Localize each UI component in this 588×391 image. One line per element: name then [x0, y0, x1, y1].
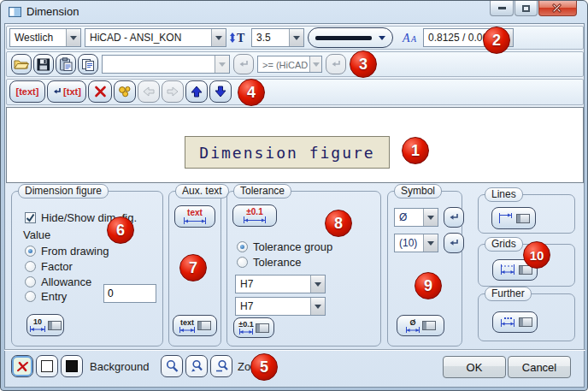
cancel-button[interactable]: Cancel — [508, 356, 571, 378]
chevron-down-icon[interactable] — [310, 275, 325, 293]
maximize-button[interactable] — [514, 1, 538, 16]
tolerance-icon: ±0.1 — [246, 208, 262, 216]
previous-button — [138, 80, 160, 103]
zoom-out-button[interactable] — [210, 355, 232, 377]
tolerance-combo-2[interactable]: H7 — [235, 297, 326, 316]
symbol-settings-button[interactable]: Ø — [397, 315, 444, 336]
delete-text-button[interactable] — [88, 80, 112, 103]
background-white-button[interactable] — [36, 355, 58, 377]
chevron-down-icon[interactable] — [423, 234, 438, 252]
dim-lines-icon — [497, 212, 514, 224]
radio-entry-label: Entry — [41, 290, 67, 303]
radio-from-drawing-label: From drawing — [41, 245, 109, 258]
minimize-button[interactable] — [490, 1, 514, 16]
close-button[interactable] — [538, 1, 577, 16]
save-button[interactable] — [33, 54, 54, 74]
region-combo[interactable]: Westlich — [9, 28, 81, 47]
text-height-combo[interactable]: 3.5 — [251, 28, 304, 47]
chevron-down-icon[interactable] — [211, 29, 226, 46]
apply-symbol-1-button[interactable] — [444, 207, 464, 228]
dimension-figure-preview: Dimension figure — [185, 136, 390, 169]
apply-favorite-button — [233, 54, 254, 74]
text-brackets-icon: [text] — [16, 87, 39, 96]
callout-5: 5 — [250, 353, 278, 381]
callout-9: 9 — [415, 272, 442, 299]
ok-button[interactable]: OK — [443, 356, 506, 378]
dim-dots-icon — [498, 317, 517, 328]
clipboard-icon — [59, 57, 73, 71]
tolerance-combo-2-value: H7 — [236, 298, 310, 315]
apply-symbol-2-button[interactable] — [444, 233, 464, 253]
symbol-combo-2-value: (10) — [395, 234, 423, 252]
tolerance-settings-button[interactable]: ±0.1 — [233, 317, 274, 338]
background-black-button[interactable] — [61, 355, 83, 377]
chevron-down-icon[interactable] — [289, 29, 303, 46]
multiline-text-button[interactable]: [txt] — [47, 80, 86, 103]
arrow-left-icon — [142, 86, 156, 98]
floppy-icon — [37, 58, 50, 71]
group-title: Dimension figure — [18, 184, 109, 198]
line-style-preview — [315, 36, 372, 40]
aux-text-settings-button[interactable]: text — [173, 315, 217, 336]
gold-spheres-icon — [118, 86, 132, 98]
aux-text-icon: text — [187, 209, 203, 217]
svg-text:T: T — [237, 32, 245, 44]
tolerance-combo-1[interactable]: H7 — [235, 275, 326, 293]
zoom-in-button[interactable] — [161, 355, 183, 377]
open-button[interactable] — [11, 54, 32, 74]
value-label: Value — [23, 228, 50, 241]
window-title: Dimension — [26, 5, 79, 18]
filter-combo[interactable]: >= (HiCAD — [257, 56, 322, 73]
window-icon — [256, 323, 269, 333]
symbol-combo-1[interactable]: Ø — [394, 208, 438, 227]
zoom-pan-button[interactable] — [185, 355, 208, 377]
white-square-icon — [41, 360, 53, 372]
chevron-down-icon[interactable] — [423, 209, 438, 226]
move-down-button[interactable] — [209, 80, 232, 103]
group-title: Tolerance — [233, 184, 291, 198]
favorites-combo-value — [103, 56, 215, 73]
paste-button[interactable] — [56, 54, 76, 74]
radio-entry[interactable] — [25, 291, 36, 302]
chevron-down-icon — [309, 56, 321, 72]
aux-text-button[interactable]: text — [174, 205, 215, 228]
tolerance-button[interactable]: ±0.1 — [232, 204, 277, 227]
caption-buttons — [489, 1, 577, 16]
copy-button[interactable] — [78, 54, 98, 74]
group-title: Grids — [485, 237, 523, 252]
radio-from-drawing[interactable] — [25, 246, 36, 257]
radio-tolerance[interactable] — [237, 257, 248, 268]
next-button — [162, 80, 184, 103]
hide-show-checkbox[interactable] — [25, 212, 36, 223]
radio-tolerance-group[interactable] — [237, 241, 248, 252]
chevron-down-icon[interactable] — [66, 29, 80, 46]
favorites-combo[interactable] — [102, 55, 230, 74]
entry-value-input[interactable] — [103, 284, 156, 303]
lines-settings-button[interactable] — [491, 207, 536, 229]
ok-button-label: OK — [467, 361, 483, 374]
radio-allowance-label: Allowance — [41, 275, 91, 288]
group-title: Aux. text — [175, 184, 229, 198]
preview-text: Dimension figure — [199, 144, 374, 162]
background-transparent-button[interactable] — [11, 355, 33, 377]
return-icon — [238, 59, 250, 69]
callout-7: 7 — [179, 254, 207, 281]
radio-allowance[interactable] — [25, 276, 36, 287]
symbol-combo-2[interactable]: (10) — [394, 234, 438, 252]
callout-2: 2 — [483, 27, 510, 54]
radio-factor[interactable] — [25, 261, 36, 272]
callout-10: 10 — [523, 241, 550, 269]
dimension-figure-settings-button[interactable]: 10 — [26, 314, 64, 336]
dim-line-icon — [183, 217, 207, 224]
txt-brackets-icon: [txt] — [63, 87, 81, 96]
move-up-button[interactable] — [185, 80, 208, 103]
edit-text-button[interactable]: [text] — [9, 80, 45, 103]
magnifier-icon — [165, 359, 179, 374]
spheres-button[interactable] — [114, 80, 136, 103]
arrow-up-icon — [191, 86, 203, 98]
dimension-style-combo[interactable]: HiCAD - ANSI_KON — [85, 28, 226, 47]
further-settings-button[interactable] — [492, 311, 538, 333]
chevron-down-icon[interactable] — [310, 298, 325, 315]
dimension-style-combo-value: HiCAD - ANSI_KON — [85, 29, 211, 46]
line-style-combo[interactable] — [308, 27, 393, 48]
